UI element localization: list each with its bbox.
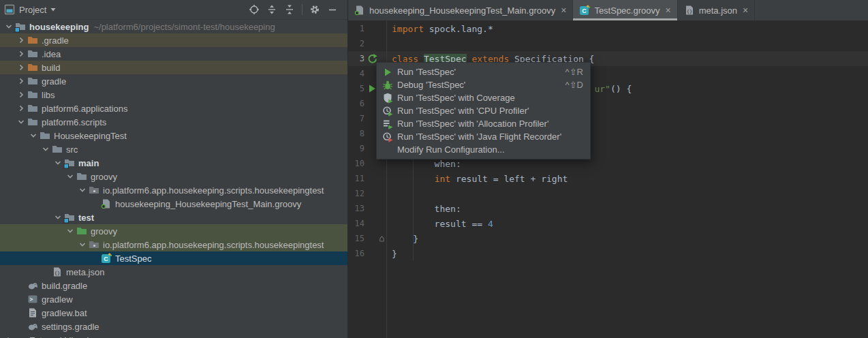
menu-item-run-testspec-with-coverage[interactable]: Run 'TestSpec' with Coverage xyxy=(377,91,590,104)
tree-item-groovy[interactable]: groovy xyxy=(0,224,347,238)
editor-code-area[interactable]: 1import spock.lang.*23class TestSpec ext… xyxy=(348,21,868,338)
tree-item-meta-json[interactable]: {}meta.json xyxy=(0,265,347,279)
tree-item-gradlew[interactable]: >gradlew xyxy=(0,292,347,306)
tab-label: housekeeping_HousekeepingTest_Main.groov… xyxy=(369,5,555,16)
tree-item-settings-gradle[interactable]: settings.gradle xyxy=(0,320,347,333)
settings-icon[interactable] xyxy=(309,4,320,15)
tab-testspec-groovy[interactable]: CTestSpec.groovy× xyxy=(573,0,677,20)
tree-item-housekeepingtest[interactable]: HousekeepingTest xyxy=(0,129,347,142)
tree-item-housekeeping[interactable]: housekeeping~/platform6/projects/simont-… xyxy=(0,20,347,33)
line-number: 4 xyxy=(348,69,365,78)
tree-item-label: housekeeping xyxy=(29,22,89,32)
tree-item-platform6-scripts[interactable]: platform6.scripts xyxy=(0,115,347,129)
package-icon xyxy=(89,185,99,196)
menu-item-run-testspec-with-java-flight-recorder[interactable]: Run 'TestSpec' with 'Java Flight Recorde… xyxy=(377,130,590,143)
chevron-down-icon[interactable] xyxy=(40,144,52,155)
code-line-11: 11 int result = left + right xyxy=(348,171,868,186)
expand-all-icon[interactable] xyxy=(266,4,277,15)
chevron-down-icon[interactable] xyxy=(27,130,40,141)
tab-meta-json[interactable]: {}meta.json× xyxy=(678,0,756,20)
fold-end-icon[interactable] xyxy=(378,235,386,243)
chevron-right-icon[interactable] xyxy=(15,35,27,46)
tree-item-idea[interactable]: .idea xyxy=(0,47,347,61)
gradle-file-icon xyxy=(27,321,38,332)
tree-item-external-libraries[interactable]: External Libraries xyxy=(0,333,347,338)
locate-icon[interactable] xyxy=(249,4,260,15)
json-file-icon: {} xyxy=(52,266,63,277)
chevron-down-icon[interactable] xyxy=(52,212,64,223)
tree-item-libs[interactable]: libs xyxy=(0,88,347,102)
chevron-down-icon[interactable] xyxy=(76,239,89,250)
folder-icon xyxy=(27,117,38,127)
project-tool-icon xyxy=(4,4,15,15)
tree-item-path: ~/platform6/projects/simont-test/houseke… xyxy=(93,22,275,32)
menu-item-debug-testspec[interactable]: Debug 'TestSpec'^⇧D xyxy=(377,78,590,91)
tree-item-io-platform6-app-housekeeping-scripts-hous[interactable]: io.platform6.app.housekeeping.scripts.ho… xyxy=(0,183,347,197)
code-line-1: 1import spock.lang.* xyxy=(348,21,868,36)
tree-item-io-platform6-app-housekeeping-scripts-hous[interactable]: io.platform6.app.housekeeping.scripts.ho… xyxy=(0,238,347,251)
collapse-all-icon[interactable] xyxy=(284,4,295,15)
folder-icon xyxy=(27,103,38,114)
tree-item-build-gradle[interactable]: build.gradle xyxy=(0,279,347,292)
chevron-right-icon[interactable] xyxy=(3,335,15,338)
project-panel-title[interactable]: Project xyxy=(19,5,46,15)
tree-item-label: groovy xyxy=(91,172,117,182)
project-folder-icon xyxy=(15,21,26,32)
chevron-down-icon[interactable] xyxy=(15,117,27,127)
folder-icon xyxy=(27,76,38,87)
cpu-profiler-icon xyxy=(382,106,393,117)
project-tree: housekeeping~/platform6/projects/simont-… xyxy=(0,20,347,338)
groovy-class-icon: C xyxy=(579,5,590,16)
hide-icon[interactable] xyxy=(327,4,338,15)
tree-item-test[interactable]: test xyxy=(0,211,347,224)
tab-housekeeping-housekeepingtest-main-groovy[interactable]: housekeeping_HousekeepingTest_Main.groov… xyxy=(348,0,573,20)
tree-item-platform6-applications[interactable]: platform6.applications xyxy=(0,102,347,115)
tree-item-groovy[interactable]: groovy xyxy=(0,170,347,183)
editor-area: housekeeping_HousekeepingTest_Main.groov… xyxy=(348,0,868,338)
chevron-right-icon[interactable] xyxy=(15,76,27,87)
menu-item-run-testspec-with-allocation-profiler[interactable]: Run 'TestSpec' with 'Allocation Profiler… xyxy=(377,117,590,130)
tree-item-label: test xyxy=(78,213,94,223)
tree-item-gradle[interactable]: .gradle xyxy=(0,33,347,47)
editor-gutter: 14 xyxy=(348,216,386,231)
editor-gutter: 2 xyxy=(348,36,386,51)
tree-item-src[interactable]: src xyxy=(0,142,347,156)
chevron-down-icon[interactable] xyxy=(76,185,89,196)
gradle-file-icon xyxy=(27,280,38,291)
chevron-down-icon[interactable] xyxy=(64,171,76,182)
tree-item-label: .idea xyxy=(42,49,61,59)
tree-item-label: groovy xyxy=(91,226,117,236)
chevron-right-icon[interactable] xyxy=(15,89,27,100)
tree-item-main[interactable]: main xyxy=(0,156,347,170)
folder-test-icon xyxy=(76,226,87,236)
line-number: 5 xyxy=(348,84,365,93)
tree-item-testspec[interactable]: CTestSpec xyxy=(0,251,347,265)
bat-file-icon xyxy=(27,307,38,318)
tree-item-housekeeping-housekeepingtest-main-groovy[interactable]: housekeeping_HousekeepingTest_Main.groov… xyxy=(0,197,347,211)
chevron-down-icon[interactable] xyxy=(64,226,76,236)
chevron-right-icon[interactable] xyxy=(15,103,27,114)
run-context-menu: Run 'TestSpec'^⇧RDebug 'TestSpec'^⇧DRun … xyxy=(376,62,591,159)
tree-item-build[interactable]: build xyxy=(0,61,347,74)
menu-item-run-testspec-with-cpu-profiler[interactable]: Run 'TestSpec' with 'CPU Profiler' xyxy=(377,104,590,117)
close-icon[interactable]: × xyxy=(743,5,748,16)
tree-item-gradlew-bat[interactable]: gradlew.bat xyxy=(0,306,347,320)
tree-item-label: TestSpec xyxy=(115,253,151,264)
code-line-2: 2 xyxy=(348,36,868,51)
dropdown-caret-icon[interactable] xyxy=(49,4,57,15)
toolbar-separator xyxy=(302,4,303,15)
line-number: 13 xyxy=(348,204,365,213)
close-icon[interactable]: × xyxy=(561,5,566,16)
chevron-right-icon[interactable] xyxy=(15,62,27,73)
tree-item-gradle[interactable]: gradle xyxy=(0,74,347,88)
tree-item-label: gradle xyxy=(42,76,66,87)
chevron-down-icon[interactable] xyxy=(52,157,64,168)
menu-item-modify-run-configuration[interactable]: Modify Run Configuration... xyxy=(377,143,590,156)
chevron-right-icon[interactable] xyxy=(15,48,27,59)
close-icon[interactable]: × xyxy=(665,5,670,16)
chevron-down-icon[interactable] xyxy=(3,21,15,32)
svg-text:{}: {} xyxy=(55,271,60,276)
editor-gutter: 1 xyxy=(348,21,386,36)
menu-item-run-testspec[interactable]: Run 'TestSpec'^⇧R xyxy=(377,65,590,78)
folder-icon xyxy=(76,171,87,182)
